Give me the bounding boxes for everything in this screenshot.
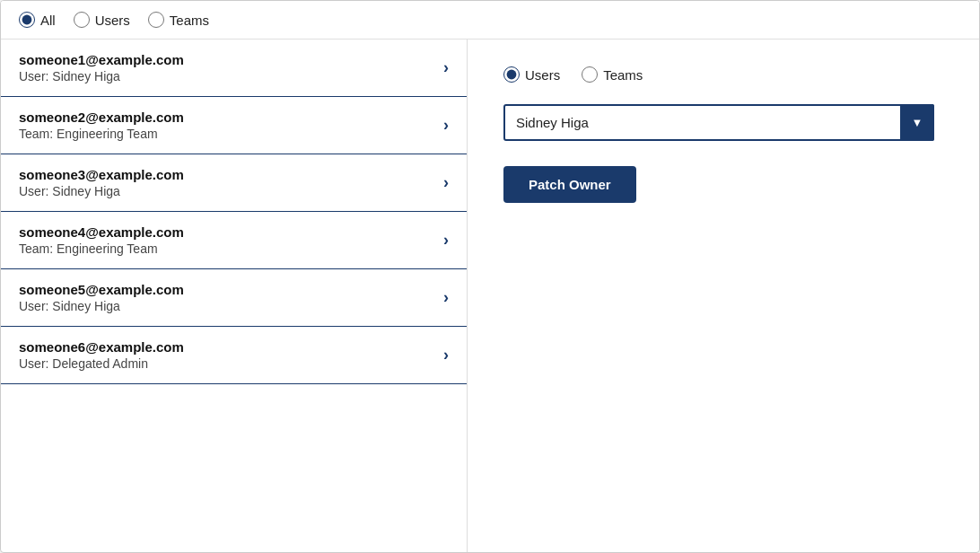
list-item[interactable]: someone2@example.com Team: Engineering T… [1, 97, 467, 154]
list-item-text: someone5@example.com User: Sidney Higa [19, 282, 184, 313]
radio-users-label: Users [95, 13, 130, 28]
right-radio-teams-label: Teams [603, 67, 643, 83]
list-item-detail: Team: Engineering Team [19, 127, 184, 141]
patch-owner-button[interactable]: Patch Owner [503, 166, 636, 203]
chevron-right-icon: › [443, 58, 449, 77]
right-radio-users-label: Users [525, 67, 560, 83]
top-filter-bar: All Users Teams [1, 1, 979, 40]
owner-select[interactable]: Sidney HigaDelegated AdminEngineering Te… [503, 104, 934, 141]
list-item-detail: Team: Engineering Team [19, 241, 184, 256]
list-item[interactable]: someone5@example.com User: Sidney Higa › [1, 269, 467, 327]
top-radio-group: All Users Teams [19, 12, 209, 28]
radio-all-label: All [40, 13, 56, 28]
list-item-email: someone3@example.com [19, 167, 184, 182]
list-item-detail: User: Sidney Higa [19, 299, 184, 313]
list-item-detail: User: Delegated Admin [19, 356, 184, 371]
right-radio-teams[interactable] [582, 66, 598, 83]
chevron-right-icon: › [443, 288, 449, 307]
right-radio-label-teams[interactable]: Teams [582, 66, 643, 83]
list-item-text: someone6@example.com User: Delegated Adm… [19, 339, 184, 371]
list-item-detail: User: Sidney Higa [19, 184, 184, 198]
list-item[interactable]: someone3@example.com User: Sidney Higa › [1, 154, 467, 212]
list-item-email: someone5@example.com [19, 282, 184, 297]
right-radio-label-users[interactable]: Users [503, 66, 560, 83]
radio-label-all[interactable]: All [19, 12, 56, 28]
list-item-detail: User: Sidney Higa [19, 69, 184, 83]
list-item-text: someone1@example.com User: Sidney Higa [19, 52, 184, 83]
left-panel: someone1@example.com User: Sidney Higa ›… [1, 40, 468, 552]
app-window: All Users Teams someone1@example.com Use… [0, 0, 980, 553]
chevron-right-icon: › [443, 173, 449, 192]
chevron-right-icon: › [443, 116, 449, 135]
list-item-email: someone1@example.com [19, 52, 184, 67]
radio-label-users[interactable]: Users [74, 12, 130, 28]
list-item-text: someone2@example.com Team: Engineering T… [19, 110, 184, 141]
chevron-right-icon: › [443, 231, 449, 250]
list-item[interactable]: someone1@example.com User: Sidney Higa › [1, 40, 467, 97]
list-item-text: someone4@example.com Team: Engineering T… [19, 224, 184, 256]
chevron-right-icon: › [443, 346, 449, 364]
list-item-email: someone4@example.com [19, 224, 184, 240]
owner-select-wrapper: Sidney HigaDelegated AdminEngineering Te… [503, 104, 934, 141]
list-item-email: someone2@example.com [19, 110, 184, 125]
list-item[interactable]: someone6@example.com User: Delegated Adm… [1, 327, 467, 384]
radio-teams-label: Teams [170, 13, 209, 28]
radio-all[interactable] [19, 12, 35, 28]
radio-label-teams[interactable]: Teams [148, 12, 209, 28]
main-content: someone1@example.com User: Sidney Higa ›… [1, 40, 979, 552]
radio-teams[interactable] [148, 12, 164, 28]
right-panel: Users Teams Sidney HigaDelegated AdminEn… [468, 40, 979, 552]
list-item[interactable]: someone4@example.com Team: Engineering T… [1, 212, 467, 269]
list-item-email: someone6@example.com [19, 339, 184, 355]
list-item-text: someone3@example.com User: Sidney Higa [19, 167, 184, 198]
right-radio-users[interactable] [503, 66, 520, 83]
right-radio-group: Users Teams [503, 66, 943, 83]
radio-users[interactable] [74, 12, 90, 28]
